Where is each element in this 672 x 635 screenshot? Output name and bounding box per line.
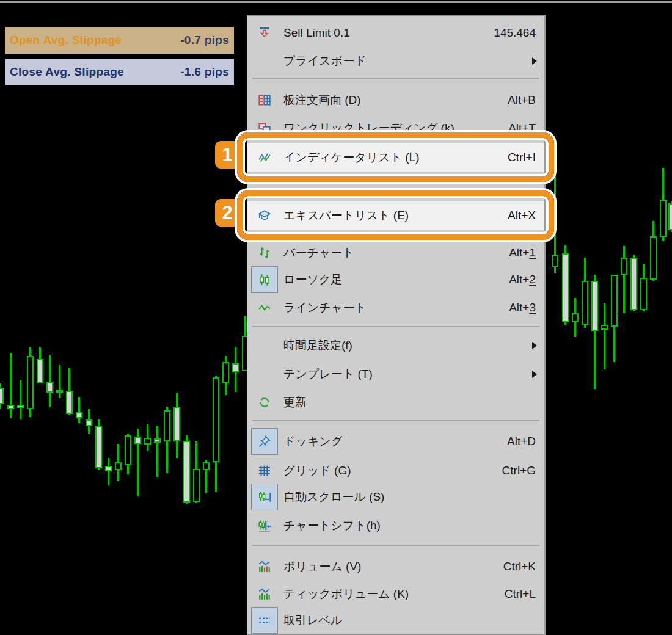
candle-body	[572, 313, 579, 322]
menu-item-label: インディケータリスト (L)	[278, 150, 508, 165]
candle-body	[621, 258, 627, 275]
menu-item-expert-list[interactable]: エキスパートリスト (E)Alt+X	[247, 201, 544, 230]
step-badge-2: 2	[215, 199, 239, 227]
menu-item-label: ワンクリックトレーディング (k)	[278, 120, 508, 136]
menu-item-label: ボリューム (V)	[278, 559, 503, 575]
menu-item-label: グリッド (G)	[278, 463, 502, 479]
menu-item-label: 更新	[278, 394, 544, 410]
candle-body	[95, 426, 102, 468]
menu-item-depth-of-market[interactable]: 板注文画面 (D)Alt+B	[247, 86, 544, 114]
candle-body	[105, 466, 112, 471]
menu-item-label: 取引レベル	[278, 612, 544, 628]
candle-body	[115, 462, 122, 470]
menu-item-shortcut: Alt+D	[507, 435, 544, 448]
candlestick-chart-icon	[251, 266, 278, 293]
menu-item-shortcut: Ctrl+L	[505, 587, 544, 601]
menu-item-label: ラインチャート	[278, 300, 509, 316]
candle-body	[134, 437, 141, 444]
candle-body	[76, 412, 82, 418]
menu-item-line-chart[interactable]: ラインチャートAlt+3	[247, 294, 544, 322]
candle-body	[86, 419, 92, 426]
menu-item-volume[interactable]: ボリューム (V)Ctrl+K	[247, 553, 544, 581]
close-avg-slippage-text: Close Avg. Slippage	[10, 65, 124, 79]
menu-item-grid[interactable]: グリッド (G)Ctrl+G	[247, 457, 544, 485]
candle-body	[154, 438, 161, 443]
menu-item-auto-scroll[interactable]: 自動スクロール (S)	[247, 483, 544, 511]
open-avg-slippage-label: Open Avg. Slippage -0.7 pips	[5, 27, 234, 54]
candle-body	[17, 405, 24, 408]
candle-body	[27, 356, 34, 409]
chart-context-menu: Sell Limit 0.1145.464プライスボード板注文画面 (D)Alt…	[247, 15, 546, 635]
menu-item-shortcut: Ctrl+G	[502, 464, 544, 477]
menu-item-label: ローソク足	[278, 272, 509, 288]
indicator-list-icon	[251, 144, 278, 171]
auto-scroll-icon	[251, 484, 278, 510]
candle-body	[144, 438, 151, 445]
line-chart-icon	[251, 294, 278, 321]
menu-item-timeframe-settings[interactable]: 時間足設定(f)	[247, 332, 544, 360]
menu-item-label: 時間足設定(f)	[247, 338, 544, 354]
one-click-trading-icon	[251, 115, 278, 142]
bar-chart-icon	[251, 239, 278, 266]
menu-item-shortcut: Alt+X	[508, 209, 544, 222]
candle-body	[7, 405, 14, 409]
candle-body	[183, 441, 190, 503]
close-avg-slippage-value: -1.6 pips	[180, 65, 229, 79]
menu-separator	[252, 420, 539, 421]
candle-body	[46, 382, 53, 393]
candle-body	[56, 390, 63, 393]
candle-body	[591, 281, 598, 331]
menu-item-label: 自動スクロール (S)	[278, 489, 544, 505]
menu-item-sell-limit[interactable]: Sell Limit 0.1145.464	[247, 19, 544, 47]
menu-item-candlestick-chart[interactable]: ローソク足Alt+2	[247, 266, 544, 294]
candle-body	[668, 203, 672, 230]
menu-separator	[252, 326, 539, 327]
menu-item-label: チャートシフト(h)	[278, 518, 544, 534]
menu-item-label: ドッキング	[278, 434, 507, 449]
menu-item-label: エキスパートリスト (E)	[278, 208, 508, 223]
candle-body	[125, 435, 131, 465]
menu-item-indicator-list[interactable]: インディケータリスト (L)Ctrl+I	[247, 143, 544, 172]
candle-body	[173, 407, 180, 441]
menu-item-shortcut: Ctrl+K	[503, 560, 544, 573]
menu-item-template[interactable]: テンプレート (T)	[247, 360, 544, 388]
candle-body	[552, 255, 558, 267]
open-avg-slippage-text: Open Avg. Slippage	[10, 34, 122, 47]
chart-shift-icon	[251, 512, 278, 539]
candle-body	[650, 236, 657, 280]
step-badge-1: 1	[215, 141, 239, 169]
submenu-arrow-icon	[532, 342, 537, 349]
docking-icon	[251, 428, 278, 455]
menu-item-label: バーチャート	[278, 245, 509, 261]
menu-item-shortcut: Alt+T	[508, 122, 544, 135]
candle-body	[582, 281, 588, 325]
menu-separator	[252, 78, 539, 79]
candle-wick	[20, 380, 21, 419]
menu-item-chart-shift[interactable]: チャートシフト(h)	[247, 512, 544, 540]
candle-wick	[78, 397, 80, 423]
menu-item-tick-volume[interactable]: ティックボリューム (K)Ctrl+L	[247, 580, 544, 608]
menu-separator	[252, 545, 539, 546]
open-avg-slippage-value: -0.7 pips	[180, 34, 229, 47]
menu-item-label: ティックボリューム (K)	[278, 586, 505, 602]
menu-item-docking[interactable]: ドッキングAlt+D	[247, 427, 544, 455]
candle-body	[193, 469, 200, 502]
candle-wick	[59, 365, 60, 398]
menu-item-refresh[interactable]: 更新	[247, 388, 544, 416]
candle-body	[630, 258, 637, 310]
menu-item-shortcut: 145.464	[494, 26, 544, 40]
expert-list-icon	[251, 202, 278, 229]
depth-of-market-icon	[251, 87, 278, 114]
submenu-arrow-icon	[532, 57, 537, 65]
menu-item-shortcut: Ctrl+I	[508, 151, 544, 164]
candle-body	[0, 388, 4, 404]
grid-icon	[251, 457, 278, 484]
menu-item-bar-chart[interactable]: バーチャートAlt+1	[247, 239, 544, 267]
candle-body	[37, 359, 43, 383]
candle-body	[640, 278, 647, 310]
menu-item-price-board[interactable]: プライスボード	[247, 47, 544, 75]
menu-item-shortcut: Alt+B	[508, 93, 544, 107]
menu-item-one-click-trading[interactable]: ワンクリックトレーディング (k)Alt+T	[247, 114, 544, 142]
menu-item-trade-levels[interactable]: 取引レベル	[247, 606, 544, 634]
candle-wick	[156, 426, 158, 477]
